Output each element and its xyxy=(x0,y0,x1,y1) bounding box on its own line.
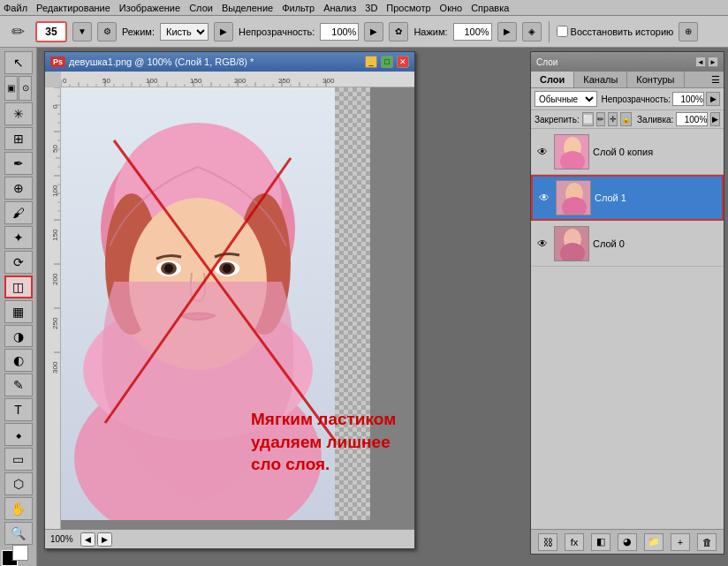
menu-view[interactable]: Просмотр xyxy=(386,3,430,13)
status-bar: 100% ◀ ▶ xyxy=(45,529,414,548)
lock-pixels-btn[interactable]: ✏ xyxy=(596,112,606,126)
layer-visibility-eye-0[interactable]: 👁 xyxy=(535,236,550,252)
menu-help[interactable]: Справка xyxy=(471,3,509,13)
brush-preset-btn[interactable]: ▼ xyxy=(72,22,92,42)
layer-fx-btn[interactable]: fx xyxy=(565,533,584,551)
layer-name-0: Слой 0 xyxy=(593,238,720,249)
annotation: Мягким ластиком удаляем лишнее сло слоя. xyxy=(251,408,406,476)
blend-mode-dropdown[interactable]: Обычные xyxy=(535,91,597,107)
panel-expand-btn[interactable]: ► xyxy=(708,57,718,67)
tool-selection-pair: ▣ ⊙ xyxy=(4,76,32,101)
tool-shape[interactable]: ▭ xyxy=(4,448,33,471)
menu-edit[interactable]: Редактирование xyxy=(36,3,110,13)
svg-text:50: 50 xyxy=(102,77,110,85)
menu-layers[interactable]: Слои xyxy=(189,3,213,13)
document-title: девушка1.png @ 100% (Слой 1, RGB/8) * xyxy=(69,57,361,67)
layer-thumbnail-0copy xyxy=(554,134,589,170)
background-color[interactable] xyxy=(12,545,28,561)
opacity-value-input[interactable] xyxy=(672,92,704,106)
ps-badge: Ps xyxy=(50,57,65,67)
panel-menu-icon[interactable]: ☰ xyxy=(711,74,720,86)
menu-window[interactable]: Окно xyxy=(440,3,463,13)
history-checkbox[interactable] xyxy=(557,26,568,37)
svg-point-85 xyxy=(223,264,231,273)
airbrush-btn[interactable]: ✿ xyxy=(389,22,408,42)
tool-brush[interactable]: 🖌 xyxy=(4,201,33,224)
status-next-btn[interactable]: ▶ xyxy=(97,532,112,547)
list-item[interactable]: 👁 Слой 0 копия xyxy=(531,129,724,175)
opacity-options-btn[interactable]: ▶ xyxy=(364,22,383,42)
brush-options-btn[interactable]: ⚙ xyxy=(97,22,117,42)
layer-adjustment-btn[interactable]: ◕ xyxy=(618,533,637,551)
tool-magic-wand[interactable]: ✳ xyxy=(4,102,33,125)
layer-folder-btn[interactable]: 📁 xyxy=(644,533,664,551)
tablet-btn[interactable]: ◈ xyxy=(522,22,542,42)
layer-mask-btn[interactable]: ◧ xyxy=(591,533,610,551)
tool-path-select[interactable]: ⬥ xyxy=(4,423,33,446)
ruler-vertical: 0 50 100 150 200 250 300 xyxy=(45,87,61,529)
tool-text[interactable]: T xyxy=(4,398,33,421)
status-prev-btn[interactable]: ◀ xyxy=(80,532,95,547)
layer-name-0copy: Слой 0 копия xyxy=(593,147,720,157)
tab-layers[interactable]: Слои xyxy=(531,72,574,87)
tool-history-brush[interactable]: ⟳ xyxy=(4,251,33,274)
fill-arrow-btn[interactable]: ▶ xyxy=(710,112,720,126)
mode-dropdown[interactable]: Кисть xyxy=(160,23,209,41)
tool-pen[interactable]: ✎ xyxy=(4,374,33,396)
tool-heal[interactable]: ⊕ xyxy=(4,177,33,200)
tool-eyedropper[interactable]: ✒ xyxy=(4,152,33,175)
window-minimize-btn[interactable]: _ xyxy=(365,56,377,68)
menu-image[interactable]: Изображение xyxy=(119,3,180,13)
lock-transparency-btn[interactable]: ⬜ xyxy=(582,112,594,126)
tool-eraser[interactable]: ◫ xyxy=(4,275,33,298)
tool-lasso[interactable]: ⊙ xyxy=(19,76,32,101)
fill-value-input[interactable] xyxy=(676,112,708,126)
menu-file[interactable]: Файл xyxy=(4,3,27,13)
opacity-arrow-btn[interactable]: ▶ xyxy=(706,92,720,106)
lock-all-btn[interactable]: 🔒 xyxy=(620,112,632,126)
press-options-btn[interactable]: ▶ xyxy=(497,22,517,42)
tool-move[interactable]: ↖ xyxy=(4,51,33,74)
blend-mode-row: Обычные Непрозрачность: ▶ xyxy=(531,88,724,110)
layer-visibility-eye-1[interactable]: 👁 xyxy=(536,190,552,206)
opacity-input[interactable] xyxy=(320,23,359,41)
foreground-background-colors xyxy=(2,550,35,566)
window-close-btn[interactable]: ✕ xyxy=(397,56,409,68)
tool-hand[interactable]: ✋ xyxy=(4,497,33,520)
list-item[interactable]: 👁 Слой 1 xyxy=(531,175,724,221)
history-label: Восстановить историю xyxy=(571,26,674,37)
brush-size-display: 35 xyxy=(35,21,67,42)
svg-text:300: 300 xyxy=(322,77,335,85)
menu-analyze[interactable]: Анализ xyxy=(323,3,356,13)
tool-blur[interactable]: ◑ xyxy=(4,325,33,348)
panel-collapse-btn[interactable]: ◄ xyxy=(695,57,706,67)
tool-crop[interactable]: ⊞ xyxy=(4,127,33,150)
layer-visibility-eye-0copy[interactable]: 👁 xyxy=(535,144,550,160)
tool-3d[interactable]: ⬡ xyxy=(4,472,33,495)
tool-dodge[interactable]: ◐ xyxy=(4,349,33,372)
menu-select[interactable]: Выделение xyxy=(222,3,273,13)
tool-clone[interactable]: ✦ xyxy=(4,226,33,249)
svg-text:150: 150 xyxy=(190,77,202,85)
lock-position-btn[interactable]: ✛ xyxy=(608,112,618,126)
menu-filter[interactable]: Фильтр xyxy=(282,3,315,13)
tool-zoom[interactable]: 🔍 xyxy=(4,522,33,545)
layer-new-btn[interactable]: + xyxy=(671,533,690,551)
tool-gradient[interactable]: ▦ xyxy=(4,300,33,323)
toolbox: ↖ ▣ ⊙ ✳ ⊞ ✒ ⊕ 🖌 ✦ ⟳ ◫ ▦ ◑ ◐ ✎ T ⬥ ▭ ⬡ ✋ … xyxy=(0,48,37,566)
tool-rect-select[interactable]: ▣ xyxy=(4,76,18,101)
main-area: ↖ ▣ ⊙ ✳ ⊞ ✒ ⊕ 🖌 ✦ ⟳ ◫ ▦ ◑ ◐ ✎ T ⬥ ▭ ⬡ ✋ … xyxy=(0,48,728,566)
document-titlebar: Ps девушка1.png @ 100% (Слой 1, RGB/8) *… xyxy=(45,52,414,72)
tab-paths[interactable]: Контуры xyxy=(627,72,684,87)
status-controls: ◀ ▶ xyxy=(80,532,112,547)
layer-delete-btn[interactable]: 🗑 xyxy=(697,533,717,551)
mode-options-btn[interactable]: ▶ xyxy=(214,22,233,42)
canvas-image-area[interactable]: Мягким ластиком удаляем лишнее сло слоя. xyxy=(61,87,414,529)
menu-3d[interactable]: 3D xyxy=(365,3,377,13)
press-input[interactable] xyxy=(453,23,492,41)
tab-channels[interactable]: Каналы xyxy=(574,72,627,87)
window-maximize-btn[interactable]: □ xyxy=(381,56,393,68)
history-options-btn[interactable]: ⊕ xyxy=(679,22,698,42)
list-item[interactable]: 👁 Слой 0 xyxy=(531,221,724,267)
layer-link-btn[interactable]: ⛓ xyxy=(538,533,557,551)
